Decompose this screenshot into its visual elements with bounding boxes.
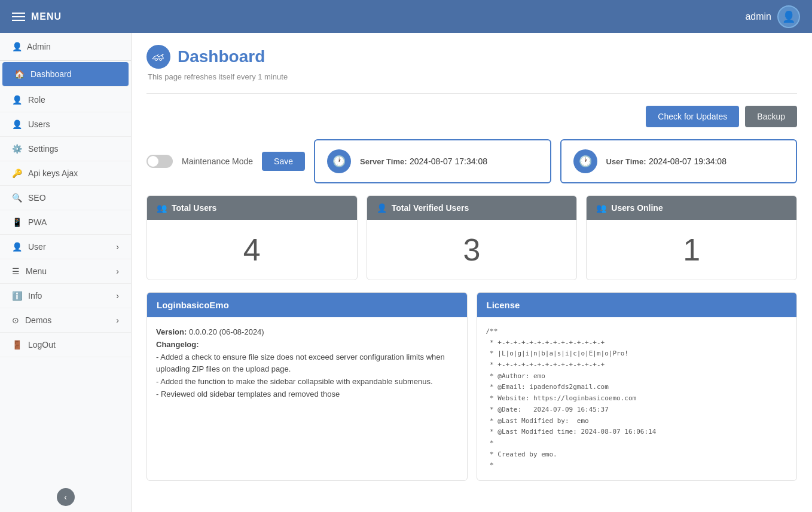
settings-icon: ⚙️ <box>12 144 22 154</box>
sidebar-item-seo[interactable]: 🔍 SEO <box>0 186 131 210</box>
user-section-icon: 👤 <box>12 242 22 252</box>
version-value: 0.0.0.20 (06-08-2024) <box>189 327 264 336</box>
stats-cards: 👥 Total Users 4 👤 Total Verified Users 3… <box>146 195 797 280</box>
changelog-label-text: Changelog: <box>156 340 199 349</box>
seo-icon: 🔍 <box>12 193 22 203</box>
sidebar-collapse-button[interactable]: ‹ <box>57 488 75 506</box>
users-online-icon: 👥 <box>596 203 606 213</box>
sidebar-nav: 🏠 Dashboard 👤 Role 👤 Users ⚙️ Settings 🔑… <box>0 61 131 482</box>
chevron-right-icon: › <box>116 291 119 301</box>
license-panel-header: License <box>477 293 797 317</box>
maintenance-time-row: Maintenance Mode Save 🕐 Server Time: 202… <box>146 139 797 183</box>
sidebar-section-label: LogOut <box>28 340 56 349</box>
sidebar-section-label: Menu <box>26 266 47 276</box>
license-panel-body: /** * +-+-+-+-+-+-+-+-+-+-+-+-+-+ * |L|o… <box>477 317 797 480</box>
user-time-card: 🕐 User Time: 2024-08-07 19:34:08 <box>560 139 798 183</box>
license-text: /** * +-+-+-+-+-+-+-+-+-+-+-+-+-+ * |L|o… <box>486 326 788 471</box>
header-divider <box>146 93 797 94</box>
demos-section-icon: ⊙ <box>12 315 19 325</box>
main-content: 🏎 Dashboard This page refreshes itself e… <box>132 33 812 512</box>
sidebar-section-label: User <box>28 242 46 252</box>
total-verified-users-header: 👤 Total Verified Users <box>367 196 577 220</box>
maintenance-toggle[interactable] <box>146 155 173 168</box>
users-online-label: Users Online <box>611 203 663 213</box>
license-panel: License /** * +-+-+-+-+-+-+-+-+-+-+-+-+-… <box>477 292 798 481</box>
info-section-icon: ℹ️ <box>12 291 22 301</box>
sidebar-section-info-left: ℹ️ Info <box>12 291 42 301</box>
total-verified-users-card: 👤 Total Verified Users 3 <box>367 195 578 280</box>
user-time-content: User Time: 2024-08-07 19:34:08 <box>606 156 784 167</box>
pwa-icon: 📱 <box>12 217 22 227</box>
changelog-item-1: - Added the function to make the sidebar… <box>156 376 458 388</box>
sidebar-section-menu[interactable]: ☰ Menu › <box>0 259 131 284</box>
sidebar-item-pwa[interactable]: 📱 PWA <box>0 210 131 235</box>
chevron-right-icon: › <box>116 242 119 252</box>
sidebar-section-user-left: 👤 User <box>12 242 46 252</box>
top-nav: MENU admin 👤 <box>0 0 812 33</box>
loginbasicoemo-panel-header: LoginbasicoEmo <box>147 293 467 317</box>
total-verified-users-label: Total Verified Users <box>392 203 469 213</box>
role-icon: 👤 <box>12 95 22 105</box>
sidebar-section-demos-left: ⊙ Demos <box>12 315 51 325</box>
backup-button[interactable]: Backup <box>745 106 797 127</box>
server-time-icon: 🕐 <box>327 149 351 173</box>
logout-icon: 🚪 <box>12 340 22 349</box>
dashboard-subtitle: This page refreshes itself every 1 minut… <box>146 72 797 81</box>
sidebar-section-info[interactable]: ℹ️ Info › <box>0 284 131 308</box>
sidebar-section-label: Info <box>28 291 42 301</box>
sidebar-section-demos[interactable]: ⊙ Demos › <box>0 308 131 333</box>
sidebar-section-user[interactable]: 👤 User › <box>0 235 131 259</box>
changelog-item-0: - Added a check to ensure file size does… <box>156 351 458 376</box>
sidebar-item-role[interactable]: 👤 Role <box>0 88 131 112</box>
total-users-label: Total Users <box>172 203 216 213</box>
sidebar-admin-label: Admin <box>27 42 51 51</box>
user-time-icon: 🕐 <box>573 149 597 173</box>
users-online-card: 👥 Users Online 1 <box>586 195 797 280</box>
chevron-left-icon: ‹ <box>64 492 67 502</box>
changelog-label: Changelog: <box>156 339 458 351</box>
verified-users-icon: 👤 <box>377 203 387 213</box>
avatar: 👤 <box>777 5 800 28</box>
chevron-right-icon: › <box>116 266 119 276</box>
main-layout: 👤 Admin 🏠 Dashboard 👤 Role 👤 Users ⚙️ Se… <box>0 33 812 512</box>
sidebar-section-logout-left: 🚪 LogOut <box>12 340 56 349</box>
sidebar-item-label: Api keys Ajax <box>28 168 78 178</box>
sidebar-item-label: PWA <box>28 217 47 227</box>
loginbasicoemo-panel: LoginbasicoEmo Version: 0.0.0.20 (06-08-… <box>146 292 468 481</box>
top-nav-right: admin 👤 <box>745 5 800 28</box>
loginbasicoemo-panel-body: Version: 0.0.0.20 (06-08-2024) Changelog… <box>147 317 467 410</box>
sidebar-item-api-keys[interactable]: 🔑 Api keys Ajax <box>0 161 131 186</box>
sidebar-item-label: SEO <box>28 193 46 203</box>
page-title: Dashboard <box>178 47 265 66</box>
user-time-value: 2024-08-07 19:34:08 <box>649 157 726 166</box>
users-online-header: 👥 Users Online <box>587 196 796 220</box>
server-time-value: 2024-08-07 17:34:08 <box>410 157 487 166</box>
server-time-card: 🕐 Server Time: 2024-08-07 17:34:08 <box>314 139 551 183</box>
admin-icon: 👤 <box>12 42 22 51</box>
menu-section-icon: ☰ <box>12 266 20 276</box>
sidebar-item-dashboard[interactable]: 🏠 Dashboard <box>2 62 129 87</box>
action-row: Check for Updates Backup <box>146 106 797 127</box>
admin-label: admin <box>745 11 771 22</box>
dashboard-header: 🏎 Dashboard <box>146 45 797 69</box>
sidebar: 👤 Admin 🏠 Dashboard 👤 Role 👤 Users ⚙️ Se… <box>0 33 132 512</box>
maintenance-label: Maintenance Mode <box>182 157 253 166</box>
bottom-panels: LoginbasicoEmo Version: 0.0.0.20 (06-08-… <box>146 292 797 481</box>
menu-icon[interactable] <box>12 13 25 21</box>
sidebar-item-settings[interactable]: ⚙️ Settings <box>0 137 131 161</box>
sidebar-item-users[interactable]: 👤 Users <box>0 112 131 137</box>
chevron-right-icon: › <box>116 315 119 325</box>
users-online-value: 1 <box>587 220 796 280</box>
total-users-card: 👥 Total Users 4 <box>146 195 358 280</box>
users-icon: 👤 <box>12 119 22 129</box>
menu-label: MENU <box>31 11 62 22</box>
sidebar-admin: 👤 Admin <box>0 33 131 61</box>
sidebar-section-logout[interactable]: 🚪 LogOut <box>0 333 131 357</box>
sidebar-item-label: Role <box>28 95 45 105</box>
dashboard-page-icon: 🏎 <box>146 45 170 69</box>
save-button[interactable]: Save <box>262 152 305 171</box>
total-verified-users-value: 3 <box>367 220 577 280</box>
check-for-updates-button[interactable]: Check for Updates <box>646 106 739 127</box>
sidebar-item-label: Dashboard <box>30 69 72 79</box>
maintenance-section: Maintenance Mode Save <box>146 152 305 171</box>
